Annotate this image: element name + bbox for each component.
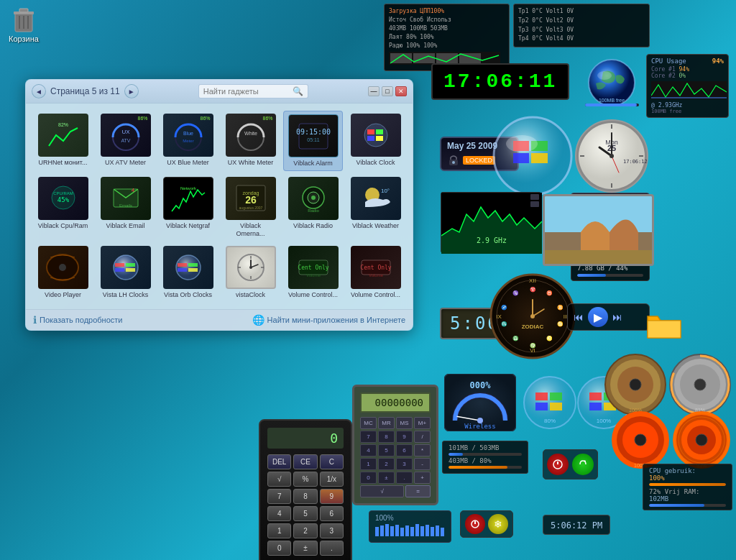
calc-1[interactable]: 1 bbox=[267, 523, 291, 538]
nav-next-button[interactable]: ► bbox=[124, 84, 139, 98]
calc-pct[interactable]: % bbox=[293, 472, 317, 487]
gadget-viblack-clock[interactable]: Viblack Clock bbox=[346, 111, 405, 171]
calc-3[interactable]: 3 bbox=[320, 523, 344, 538]
nav-prev-button[interactable]: ◄ bbox=[32, 84, 46, 98]
svg-text:Wireless: Wireless bbox=[464, 423, 495, 430]
gadget-viblack-alarm[interactable]: 09:15:00 05:11 Viblack Alarm bbox=[283, 111, 343, 171]
cpu-gebruik-label: CPU gebruik: bbox=[649, 467, 726, 474]
snowflake-button[interactable]: ❄ bbox=[488, 514, 508, 534]
cpu-free: 100MB free bbox=[651, 109, 724, 114]
power-red-button[interactable] bbox=[465, 514, 485, 534]
calc2-btn-mc[interactable]: MC bbox=[360, 417, 377, 429]
calc-sqrt[interactable]: √ bbox=[267, 472, 291, 487]
calc2-btn-0[interactable]: 0 bbox=[360, 472, 377, 484]
svg-point-63 bbox=[597, 71, 612, 80]
calc-7[interactable]: 7 bbox=[267, 489, 291, 504]
calc-6[interactable]: 6 bbox=[320, 506, 344, 521]
svg-point-49 bbox=[249, 266, 252, 269]
calc2-btn-3[interactable]: 3 bbox=[396, 458, 413, 470]
sys-labels: Лаят 80% 100% bbox=[389, 33, 505, 42]
calc2-btn-mplus[interactable]: M+ bbox=[414, 417, 431, 429]
calc-inv[interactable]: 1/x bbox=[320, 472, 344, 487]
media-player-widget: ⏮ ▶ ⏭ bbox=[567, 303, 650, 331]
system-monitor-widget: Tp1 0°C Volt1 0V Tp2 0°C Volt2 0V Tp3 0°… bbox=[513, 4, 650, 47]
gadget-ux-atv[interactable]: UXATV 86% UX ATV Meter bbox=[96, 111, 155, 171]
svg-point-41 bbox=[176, 255, 201, 280]
calc-dot[interactable]: . bbox=[320, 541, 344, 556]
calc-ce[interactable]: CE bbox=[293, 454, 317, 469]
network-graph-widget: 2.9 GHz bbox=[441, 192, 541, 253]
calc2-btn-8[interactable]: 8 bbox=[378, 431, 395, 443]
calc2-btn-5[interactable]: 5 bbox=[378, 444, 395, 456]
next-button[interactable]: ⏭ bbox=[612, 311, 622, 323]
calc-0[interactable]: 0 bbox=[267, 541, 291, 556]
graph-scroll-down[interactable] bbox=[530, 201, 539, 207]
minimize-button[interactable]: — bbox=[368, 86, 380, 96]
calc2-btn-ms[interactable]: MS bbox=[396, 417, 413, 429]
calculator2-widget: 00000000 MC MR MS M+ 7 8 9 / 4 5 6 * 1 2… bbox=[352, 385, 438, 505]
memory-widget: 101MB / 503MB 403MB / 80% bbox=[442, 441, 528, 474]
calc2-btn-mul[interactable]: * bbox=[414, 444, 431, 456]
calc2-btn-eq[interactable]: = bbox=[405, 485, 431, 497]
calc-9[interactable]: 9 bbox=[320, 489, 344, 504]
calc-8[interactable]: 8 bbox=[293, 489, 317, 504]
cpu-usage-widget: CPU Usage 94% Core #1 94% Core #2 0% @ 2… bbox=[646, 54, 732, 118]
prev-button[interactable]: ⏮ bbox=[574, 311, 584, 323]
gadget-vista-clock[interactable]: vistaClock bbox=[221, 243, 280, 302]
show-details-link[interactable]: ℹ Показать подробности bbox=[33, 314, 122, 326]
calc2-btn-sub[interactable]: - bbox=[414, 458, 431, 470]
gadget-ux-blue[interactable]: BlueMeter 86% UX Blue Meter bbox=[158, 111, 218, 171]
calc2-btn-7[interactable]: 7 bbox=[360, 431, 377, 443]
calc-del[interactable]: DEL bbox=[267, 454, 291, 469]
calc-4[interactable]: 4 bbox=[267, 506, 291, 521]
gadget-viblack-cpu[interactable]: CPU/RAM 45% Viblack Cpu/Ram bbox=[33, 174, 93, 241]
calc2-btn-div[interactable]: / bbox=[414, 431, 431, 443]
close-button[interactable]: ✕ bbox=[395, 86, 407, 96]
svg-text:100MB free: 100MB free bbox=[599, 98, 625, 103]
svg-rect-154 bbox=[426, 525, 429, 536]
calc2-btn-4[interactable]: 4 bbox=[360, 444, 377, 456]
calc2-btn-sqrt2[interactable]: √ bbox=[360, 485, 404, 497]
calc-2[interactable]: 2 bbox=[293, 523, 317, 538]
calc-plus-minus[interactable]: ± bbox=[293, 541, 317, 556]
gadget-viblack-netgraf[interactable]: Network Viblack Netgraf bbox=[158, 174, 218, 241]
power-off-button[interactable] bbox=[547, 454, 569, 475]
maximize-button[interactable]: □ bbox=[382, 86, 393, 96]
calc2-btn-pm[interactable]: ± bbox=[378, 472, 395, 484]
calc2-btn-6[interactable]: 6 bbox=[396, 444, 413, 456]
gadget-urh-net[interactable]: 82% URHNet монит... bbox=[33, 111, 93, 171]
gadget-volume-ctrl2[interactable]: Cent Only Volume Volume Control... bbox=[346, 243, 405, 302]
gadget-ux-white[interactable]: White 86% UX White Meter bbox=[221, 111, 280, 171]
gadget-vista-lh-clocks[interactable]: Vista LH Clocks bbox=[96, 243, 155, 302]
gadget-volume-ctrl2-label: Volume Control... bbox=[351, 291, 400, 299]
calc2-btn-mr[interactable]: MR bbox=[378, 417, 395, 429]
refresh-button[interactable] bbox=[572, 454, 594, 475]
calc-5[interactable]: 5 bbox=[293, 506, 317, 521]
calc2-btn-1[interactable]: 1 bbox=[360, 458, 377, 470]
folder-widget[interactable] bbox=[646, 309, 682, 344]
gadget-vista-orb-clocks[interactable]: Vista Orb Clocks bbox=[158, 243, 218, 302]
gadget-viblack-weather-label: Viblack Weather bbox=[352, 222, 399, 230]
gadget-viblack-omerna[interactable]: zondag 26 augustus 2007 Viblack Omerna..… bbox=[221, 174, 280, 241]
svg-point-82 bbox=[610, 154, 614, 158]
gadget-viblack-email[interactable]: 4 Emails Viblack Email bbox=[96, 174, 155, 241]
calc2-btn-dot2[interactable]: . bbox=[396, 472, 413, 484]
calc2-btn-2[interactable]: 2 bbox=[378, 458, 395, 470]
calc2-btn-add[interactable]: + bbox=[414, 472, 431, 484]
gadget-viblack-clock-label: Viblack Clock bbox=[356, 159, 395, 167]
gadget-viblack-weather[interactable]: 10° Viblack Weather bbox=[346, 174, 405, 241]
search-input[interactable] bbox=[203, 87, 290, 96]
play-button[interactable]: ▶ bbox=[588, 307, 608, 327]
desktop-icon-recycle-bin[interactable]: Корзина bbox=[6, 6, 42, 43]
info-icon: ℹ bbox=[33, 314, 37, 326]
calc2-btn-9[interactable]: 9 bbox=[396, 431, 413, 443]
gadget-volume-ctrl1[interactable]: Cent Only Volume Volume Control... bbox=[283, 243, 343, 302]
find-online-link[interactable]: 🌐 Найти мини-приложения в Интернете bbox=[252, 314, 405, 326]
gadget-video-player[interactable]: Video Player bbox=[33, 243, 93, 302]
gallery-window: ◄ Страница 5 из 11 ► 🔍 — □ ✕ 82% URHNet … bbox=[25, 79, 413, 331]
graph-scroll-up[interactable] bbox=[530, 194, 539, 200]
calc-c[interactable]: C bbox=[320, 454, 344, 469]
window-controls: — □ ✕ bbox=[368, 86, 407, 96]
svg-text:05:11: 05:11 bbox=[307, 137, 320, 142]
gadget-viblack-radio[interactable]: Radio Viblack Radio bbox=[283, 174, 343, 241]
